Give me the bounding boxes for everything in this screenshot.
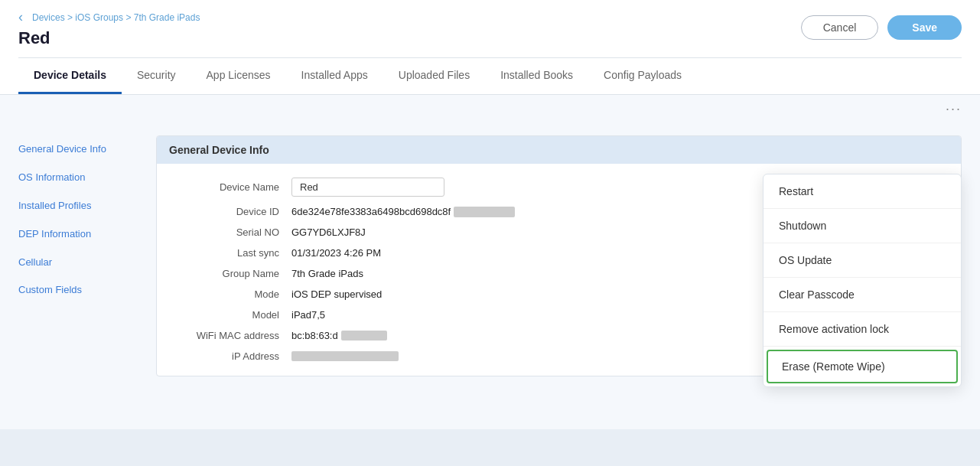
field-label-wifi-mac: WiFi MAC address bbox=[169, 330, 291, 341]
tabs-row: Device Details Security App Licenses Ins… bbox=[18, 57, 962, 94]
ip-address-blur bbox=[291, 351, 399, 361]
sidebar-item-installed-profiles[interactable]: Installed Profiles bbox=[18, 192, 141, 220]
sidebar-item-general-device-info[interactable]: General Device Info bbox=[18, 135, 141, 164]
device-id-blur bbox=[454, 207, 515, 217]
dropdown-item-restart[interactable]: Restart bbox=[763, 174, 961, 209]
field-label-device-id: Device ID bbox=[169, 206, 291, 217]
back-button[interactable]: ‹ bbox=[18, 9, 23, 25]
wifi-mac-blur bbox=[341, 331, 387, 341]
cancel-button[interactable]: Cancel bbox=[801, 15, 879, 40]
sidebar-item-cellular[interactable]: Cellular bbox=[18, 249, 141, 277]
tab-security[interactable]: Security bbox=[122, 58, 191, 94]
three-dots-menu[interactable]: ··· bbox=[946, 101, 962, 117]
dropdown-item-clear-passcode[interactable]: Clear Passcode bbox=[763, 278, 961, 312]
header-bar: ‹ Devices > iOS Groups > 7th Grade iPads… bbox=[0, 0, 980, 95]
field-label-mode: Mode bbox=[169, 288, 291, 300]
field-label-model: Model bbox=[169, 309, 291, 321]
dropdown-item-os-update[interactable]: OS Update bbox=[763, 243, 961, 278]
sidebar-item-dep-information[interactable]: DEP Information bbox=[18, 220, 141, 249]
dropdown-item-remove-activation-lock[interactable]: Remove activation lock bbox=[763, 312, 961, 347]
content-area: ··· General Device Info OS Information I… bbox=[0, 95, 980, 429]
tab-config-payloads[interactable]: Config Payloads bbox=[588, 58, 697, 94]
device-name-input[interactable] bbox=[291, 178, 444, 197]
tab-uploaded-files[interactable]: Uploaded Files bbox=[383, 58, 485, 94]
sidebar-item-custom-fields[interactable]: Custom Fields bbox=[18, 276, 141, 305]
sidebar-nav: General Device Info OS Information Insta… bbox=[18, 135, 141, 417]
dropdown-item-shutdown[interactable]: Shutdown bbox=[763, 209, 961, 243]
breadcrumb: Devices > iOS Groups > 7th Grade iPads bbox=[32, 12, 200, 23]
tab-installed-books[interactable]: Installed Books bbox=[485, 58, 588, 94]
header-actions: Cancel Save bbox=[801, 15, 962, 40]
save-button[interactable]: Save bbox=[887, 15, 962, 40]
dropdown-item-erase-remote-wipe[interactable]: Erase (Remote Wipe) bbox=[767, 350, 958, 383]
device-id-text: 6de324e78fe3383a6498bcd698dc8f bbox=[291, 206, 451, 217]
tab-app-licenses[interactable]: App Licenses bbox=[191, 58, 286, 94]
field-label-last-sync: Last sync bbox=[169, 247, 291, 259]
field-label-device-name: Device Name bbox=[169, 181, 291, 193]
main-body: General Device Info OS Information Insta… bbox=[0, 123, 980, 429]
sidebar-item-os-information[interactable]: OS Information bbox=[18, 164, 141, 192]
three-dots-bar: ··· bbox=[0, 95, 980, 123]
tab-installed-apps[interactable]: Installed Apps bbox=[286, 58, 383, 94]
tab-device-details[interactable]: Device Details bbox=[18, 58, 122, 94]
field-label-serial-no: Serial NO bbox=[169, 226, 291, 238]
panel-and-dropdown: General Device Info Device Name Device I… bbox=[156, 135, 962, 417]
panel-header: General Device Info bbox=[157, 136, 961, 164]
dropdown-menu: Restart Shutdown OS Update Clear Passcod… bbox=[763, 174, 962, 387]
wifi-mac-text: bc:b8:63:d bbox=[291, 330, 338, 341]
page-title: Red bbox=[18, 28, 50, 57]
field-label-group-name: Group Name bbox=[169, 268, 291, 279]
field-label-ip-address: iP Address bbox=[169, 350, 291, 362]
